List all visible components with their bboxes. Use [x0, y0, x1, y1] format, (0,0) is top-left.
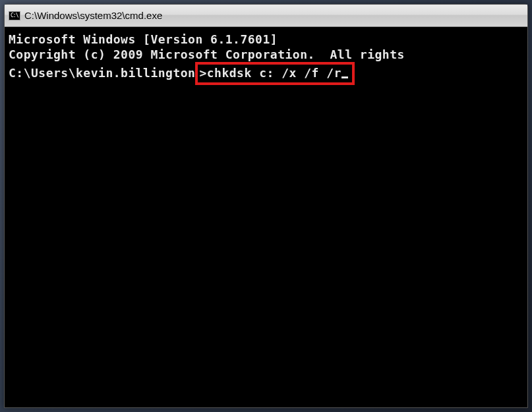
terminal-area[interactable]: Microsoft Windows [Version 6.1.7601]Copy…: [5, 27, 527, 407]
cmd-icon: C:\: [9, 11, 20, 20]
prompt-line: C:\Users\kevin.billington>chkdsk c: /x /…: [9, 62, 523, 85]
cmd-window: C:\ C:\Windows\system32\cmd.exe Microsof…: [4, 4, 528, 408]
window-title: C:\Windows\system32\cmd.exe: [24, 10, 162, 21]
version-line: Microsoft Windows [Version 6.1.7601]: [9, 32, 523, 47]
command-text: >chkdsk c: /x /f /r: [199, 66, 341, 80]
titlebar[interactable]: C:\ C:\Windows\system32\cmd.exe: [5, 5, 527, 27]
cursor: [341, 76, 348, 78]
prompt-path: C:\Users\kevin.billington: [9, 66, 195, 80]
command-highlight: >chkdsk c: /x /f /r: [195, 62, 354, 85]
copyright-line: Copyright (c) 2009 Microsoft Corporation…: [9, 47, 523, 63]
